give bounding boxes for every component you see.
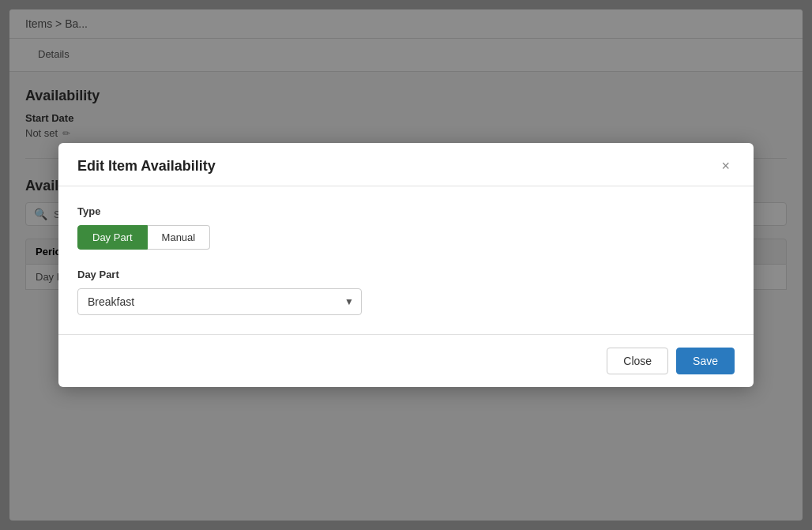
edit-item-availability-modal: Edit Item Availability × Type Day Part M… — [58, 143, 754, 387]
day-part-select[interactable]: Breakfast Lunch Dinner All Day — [77, 288, 362, 315]
toggle-manual-button[interactable]: Manual — [148, 225, 211, 250]
toggle-day-part-button[interactable]: Day Part — [77, 225, 148, 250]
save-button[interactable]: Save — [676, 348, 735, 374]
day-part-select-wrapper: Breakfast Lunch Dinner All Day ▼ — [77, 288, 362, 315]
modal-header: Edit Item Availability × — [58, 143, 754, 186]
close-x-icon: × — [721, 158, 730, 174]
day-part-label: Day Part — [77, 269, 735, 280]
modal-overlay: Edit Item Availability × Type Day Part M… — [0, 0, 812, 530]
type-toggle-group: Day Part Manual — [77, 225, 735, 250]
modal-footer: Close Save — [58, 334, 754, 387]
type-label: Type — [77, 205, 735, 217]
close-button[interactable]: Close — [607, 348, 668, 374]
modal-body: Type Day Part Manual Day Part Breakfast … — [58, 186, 754, 334]
modal-close-x-button[interactable]: × — [716, 157, 735, 175]
modal-title: Edit Item Availability — [77, 158, 216, 175]
